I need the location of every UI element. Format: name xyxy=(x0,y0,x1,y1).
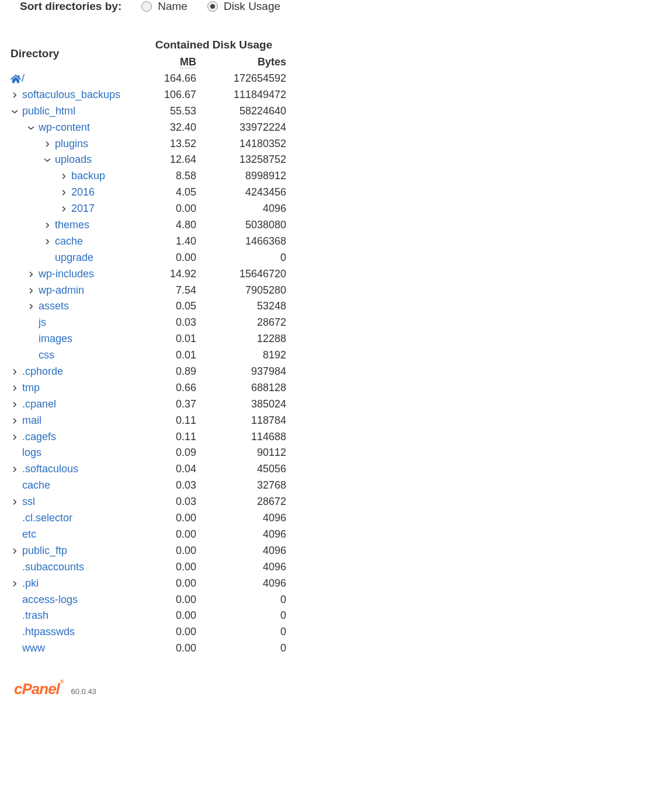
dir-cell[interactable]: assets xyxy=(8,298,141,315)
dir-link[interactable]: .cl.selector xyxy=(22,510,72,527)
chevron-right-icon[interactable] xyxy=(11,401,19,408)
dir-cell[interactable]: .cl.selector xyxy=(8,510,141,527)
dir-cell[interactable]: access-logs xyxy=(8,592,141,608)
dir-cell[interactable]: public_html xyxy=(8,103,141,120)
dir-link[interactable]: public_ftp xyxy=(22,543,67,559)
dir-link[interactable]: themes xyxy=(55,217,89,234)
dir-link[interactable]: .cphorde xyxy=(22,364,63,380)
chevron-right-icon[interactable] xyxy=(60,173,68,180)
dir-cell[interactable]: www xyxy=(8,640,141,657)
dir-cell[interactable]: backup xyxy=(8,168,141,184)
chevron-right-icon[interactable] xyxy=(11,92,19,99)
chevron-right-icon[interactable] xyxy=(60,189,68,196)
chevron-right-icon[interactable] xyxy=(11,417,19,424)
dir-cell[interactable]: mail xyxy=(8,413,141,429)
table-row: public_html55.5358224640 xyxy=(8,103,667,120)
chevron-right-icon[interactable] xyxy=(11,434,19,441)
dir-cell[interactable]: 2016 xyxy=(8,184,141,201)
chevron-right-icon[interactable] xyxy=(11,368,19,375)
dir-link[interactable]: wp-content xyxy=(39,120,90,136)
chevron-right-icon[interactable] xyxy=(43,238,51,245)
dir-link[interactable]: .htpasswds xyxy=(22,624,75,640)
dir-link[interactable]: .cpanel xyxy=(22,396,56,413)
dir-link[interactable]: plugins xyxy=(55,136,88,152)
dir-link[interactable]: .pki xyxy=(22,576,39,592)
dir-link[interactable]: tmp xyxy=(22,380,40,396)
dir-cell[interactable]: css xyxy=(8,347,141,364)
dir-link[interactable]: www xyxy=(22,640,45,657)
dir-link[interactable]: logs xyxy=(22,445,41,461)
dir-cell[interactable]: themes xyxy=(8,217,141,234)
dir-cell[interactable]: .cpanel xyxy=(8,396,141,413)
dir-link[interactable]: .subaccounts xyxy=(22,559,84,576)
dir-link[interactable]: images xyxy=(39,331,72,347)
chevron-right-icon[interactable] xyxy=(11,385,19,392)
dir-link[interactable]: ssl xyxy=(22,494,35,510)
chevron-right-icon[interactable] xyxy=(11,499,19,506)
dir-link[interactable]: .cagefs xyxy=(22,429,56,445)
dir-link[interactable]: etc xyxy=(22,527,36,543)
dir-cell[interactable]: etc xyxy=(8,527,141,543)
table-row: .cagefs0.11114688 xyxy=(8,429,667,445)
sort-option-name[interactable]: Name xyxy=(141,0,187,13)
dir-link[interactable]: js xyxy=(39,315,46,331)
dir-cell[interactable]: .softaculous xyxy=(8,461,141,478)
dir-link[interactable]: 2017 xyxy=(71,201,95,217)
chevron-right-icon[interactable] xyxy=(27,287,35,294)
dir-cell[interactable]: softaculous_backups xyxy=(8,87,141,103)
dir-cell[interactable]: wp-admin xyxy=(8,283,141,299)
dir-cell[interactable]: cache xyxy=(8,478,141,494)
dir-link[interactable]: public_html xyxy=(22,103,75,120)
chevron-down-icon[interactable] xyxy=(43,157,51,163)
chevron-right-icon[interactable] xyxy=(11,548,19,555)
dir-link[interactable]: wp-admin xyxy=(39,283,84,299)
dir-link[interactable]: 2016 xyxy=(71,184,95,201)
chevron-right-icon[interactable] xyxy=(43,222,51,229)
dir-link[interactable]: cache xyxy=(22,478,50,494)
dir-cell[interactable]: upgrade xyxy=(8,250,141,266)
dir-cell[interactable]: wp-content xyxy=(8,120,141,136)
dir-link[interactable]: assets xyxy=(39,298,69,315)
dir-cell[interactable]: .subaccounts xyxy=(8,559,141,576)
chevron-right-icon[interactable] xyxy=(43,141,51,148)
dir-cell[interactable]: plugins xyxy=(8,136,141,152)
chevron-right-icon[interactable] xyxy=(60,205,68,212)
dir-cell[interactable]: tmp xyxy=(8,380,141,396)
dir-cell[interactable]: wp-includes xyxy=(8,266,141,283)
dir-cell[interactable]: uploads xyxy=(8,152,141,168)
dir-link[interactable]: .trash xyxy=(22,608,48,624)
dir-cell[interactable]: cache xyxy=(8,234,141,250)
chevron-right-icon[interactable] xyxy=(11,580,19,587)
chevron-down-icon[interactable] xyxy=(27,125,35,131)
dir-link[interactable]: access-logs xyxy=(22,592,78,608)
dir-link[interactable]: backup xyxy=(71,168,105,184)
sort-option-usage[interactable]: Disk Usage xyxy=(207,0,280,13)
chevron-down-icon[interactable] xyxy=(11,109,19,114)
dir-cell[interactable]: public_ftp xyxy=(8,543,141,559)
dir-link[interactable]: mail xyxy=(22,413,41,429)
dir-cell[interactable]: .htpasswds xyxy=(8,624,141,640)
dir-cell[interactable]: .pki xyxy=(8,576,141,592)
dir-cell[interactable]: images xyxy=(8,331,141,347)
dir-cell[interactable]: js xyxy=(8,315,141,331)
dir-cell[interactable]: logs xyxy=(8,445,141,461)
dir-cell[interactable]: 2017 xyxy=(8,201,141,217)
dir-link[interactable]: upgrade xyxy=(55,250,93,266)
dir-cell[interactable]: ssl xyxy=(8,494,141,510)
dir-link[interactable]: css xyxy=(39,347,54,364)
cpanel-logo[interactable]: cPanel® xyxy=(14,680,62,698)
dir-cell[interactable]: .cphorde xyxy=(8,364,141,380)
mb-cell: 0.11 xyxy=(141,413,196,429)
dir-link[interactable]: cache xyxy=(55,234,83,250)
dir-link[interactable]: .softaculous xyxy=(22,461,78,478)
dir-link[interactable]: wp-includes xyxy=(39,266,94,283)
dir-link[interactable]: uploads xyxy=(55,152,92,168)
mb-cell: 0.00 xyxy=(141,250,196,266)
chevron-right-icon[interactable] xyxy=(27,271,35,278)
chevron-right-icon[interactable] xyxy=(11,466,19,473)
dir-cell[interactable]: / xyxy=(8,71,141,87)
chevron-right-icon[interactable] xyxy=(27,303,35,310)
dir-cell[interactable]: .trash xyxy=(8,608,141,624)
dir-cell[interactable]: .cagefs xyxy=(8,429,141,445)
dir-link[interactable]: softaculous_backups xyxy=(22,87,120,103)
